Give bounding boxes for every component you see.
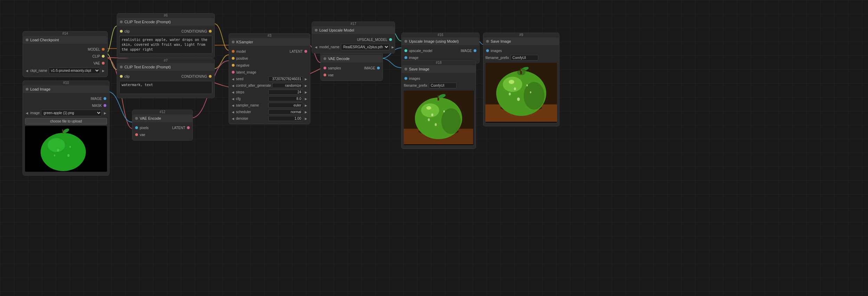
- port-model: MODEL: [23, 46, 107, 53]
- sampler-name-widget[interactable]: ◀ sampler_name euler ▶: [229, 102, 310, 109]
- arrow-left[interactable]: ◀: [314, 45, 318, 49]
- arrow-left[interactable]: ◀: [231, 97, 235, 101]
- port-clip-in: clip CONDITIONING: [117, 28, 214, 35]
- arrow-right[interactable]: ▶: [101, 69, 105, 73]
- arrow-right[interactable]: ▶: [304, 104, 308, 107]
- node-id: #12: [132, 110, 193, 114]
- node-title: Load Upscale Model: [319, 28, 354, 32]
- ksampler-node: #3 KSampler model LATENT positive negati: [229, 33, 310, 124]
- node-header: KSampler: [229, 38, 310, 46]
- node-id: #10: [23, 81, 109, 85]
- port-clip-in: clip CONDITIONING: [117, 73, 214, 80]
- node-title: Upscale Image (using Model): [409, 39, 459, 43]
- vae-encode-node: #12 VAE Encode pixels LATENT vae: [132, 110, 193, 141]
- image-preview: [25, 126, 107, 172]
- node-id: #18: [402, 61, 476, 65]
- node-header: Load Image: [23, 85, 109, 93]
- port-samples-in: samples IMAGE: [321, 65, 383, 71]
- node-title: Load Checkpoint: [30, 38, 59, 42]
- node-id: #9: [483, 33, 559, 37]
- prompt-text-7[interactable]: watermark, text: [119, 81, 212, 94]
- node-title: VAE Encode: [140, 116, 161, 120]
- port-model-in: model LATENT: [229, 48, 310, 55]
- svg-point-34: [431, 113, 433, 116]
- svg-point-23: [530, 91, 531, 93]
- control-after-generate-widget[interactable]: ◀ control_after_generate randomize ▶: [229, 82, 310, 89]
- svg-point-36: [435, 123, 437, 126]
- node-title: Save Image: [409, 67, 429, 71]
- steps-widget[interactable]: ◀ steps 24 ▶: [229, 89, 310, 95]
- ckpt-name-select[interactable]: v1-5-pruned-emaonly.ckpt: [49, 67, 100, 74]
- arrow-left[interactable]: ◀: [231, 77, 235, 81]
- filename-prefix-input-18[interactable]: [429, 83, 457, 88]
- node-title: KSampler: [236, 40, 253, 44]
- denoise-widget[interactable]: ◀ denoise 1.00 ▶: [229, 115, 310, 122]
- arrow-right[interactable]: ▶: [304, 110, 308, 114]
- svg-point-22: [509, 93, 511, 95]
- cfg-widget[interactable]: ◀ cfg 8.0 ▶: [229, 95, 310, 102]
- seed-widget[interactable]: ◀ seed 372078278246031 ▶: [229, 76, 310, 82]
- arrow-left[interactable]: ◀: [231, 91, 235, 94]
- port-vae-in: vae: [132, 131, 193, 138]
- arrow-right[interactable]: ▶: [391, 45, 395, 49]
- upscale-image-node: #16 Upscale Image (using Model) upscale_…: [401, 33, 480, 64]
- node-header: CLIP Text Encode (Prompt): [117, 63, 214, 71]
- small-preview: [404, 91, 474, 145]
- node-header: Save Image: [402, 65, 476, 73]
- filename-prefix-widget[interactable]: filename_prefix: [483, 54, 559, 61]
- node-header: CLIP Text Encode (Prompt): [117, 18, 214, 26]
- node-header: Save Image: [483, 37, 559, 45]
- node-id: #14: [23, 32, 107, 35]
- svg-point-9: [41, 133, 86, 171]
- arrow-left[interactable]: ◀: [231, 84, 235, 87]
- node-header: Load Upscale Model: [312, 26, 395, 34]
- result-preview: [485, 63, 557, 122]
- node-title: VAE Decode: [328, 57, 350, 61]
- node-header: VAE Decode: [321, 55, 383, 62]
- port-images-in: images: [402, 75, 476, 82]
- arrow-right[interactable]: ▶: [103, 111, 107, 115]
- filename-prefix-input[interactable]: [510, 55, 538, 61]
- node-id: #16: [402, 33, 479, 37]
- port-latent-in: latent_image: [229, 69, 310, 76]
- arrow-right[interactable]: ▶: [304, 77, 308, 81]
- node-id: #17: [312, 22, 395, 26]
- prompt-text-6[interactable]: realistic green apple, water drops on th…: [119, 36, 212, 54]
- port-pixels: pixels LATENT: [132, 124, 193, 131]
- model-name-select[interactable]: RealESRGAN_x2plus.pth: [341, 44, 390, 50]
- svg-point-35: [443, 110, 445, 112]
- arrow-right[interactable]: ▶: [304, 84, 308, 87]
- arrow-left[interactable]: ◀: [231, 110, 235, 114]
- port-upscale-model-out: UPSCALE_MODEL: [312, 36, 395, 43]
- file-upload-button[interactable]: choose file to upload: [25, 118, 107, 125]
- arrow-right[interactable]: ▶: [304, 91, 308, 94]
- arrow-left[interactable]: ◀: [231, 104, 235, 107]
- node-id: #3: [229, 34, 310, 37]
- port-vae-in: vae: [321, 71, 383, 78]
- arrow-left[interactable]: ◀: [231, 117, 235, 120]
- load-upscale-model-node: #17 Load Upscale Model UPSCALE_MODEL ◀ m…: [312, 22, 395, 53]
- vae-decode-node: #8 VAE Decode samples IMAGE vae: [320, 50, 383, 81]
- arrow-left[interactable]: ◀: [25, 111, 29, 115]
- port-image-out: IMAGE: [23, 95, 109, 102]
- svg-point-37: [428, 118, 430, 121]
- clip-text-encode-7-node: #7 CLIP Text Encode (Prompt) clip CONDIT…: [117, 58, 215, 98]
- arrow-left[interactable]: ◀: [25, 69, 29, 73]
- image-select-widget[interactable]: ◀ image green-apple (1).png ▶: [23, 109, 109, 117]
- svg-point-20: [514, 87, 516, 90]
- node-header: VAE Encode: [132, 115, 193, 122]
- port-upscale-model-in: upscale_model IMAGE: [402, 47, 479, 54]
- ckpt-name-widget[interactable]: ◀ ckpt_name v1-5-pruned-emaonly.ckpt ▶: [23, 67, 107, 75]
- arrow-right[interactable]: ▶: [304, 117, 308, 120]
- node-id: #7: [117, 59, 214, 62]
- node-title: Save Image: [491, 39, 511, 43]
- image-file-select[interactable]: green-apple (1).png: [41, 110, 102, 116]
- svg-point-24: [517, 98, 520, 101]
- node-title: CLIP Text Encode (Prompt): [124, 20, 171, 24]
- load-checkpoint-node: #14 Load Checkpoint MODEL CLIP VAE ◀ ckp…: [23, 31, 108, 77]
- model-name-widget[interactable]: ◀ model_name RealESRGAN_x2plus.pth ▶: [312, 43, 395, 51]
- scheduler-widget[interactable]: ◀ scheduler normal ▶: [229, 109, 310, 115]
- filename-prefix-widget-18[interactable]: filename_prefix: [402, 82, 476, 89]
- arrow-right[interactable]: ▶: [304, 97, 308, 101]
- save-image-9-node: #9 Save Image images filename_prefix: [483, 33, 559, 126]
